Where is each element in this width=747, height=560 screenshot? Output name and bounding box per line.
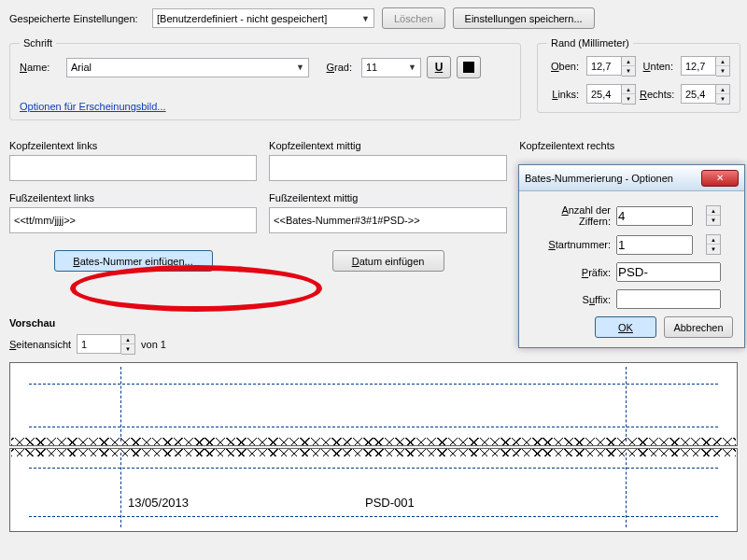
header-center-label: Kopfzeilentext mittig [269,140,507,151]
footer-left-label: Fußzeilentext links [9,192,257,203]
spinner-icon[interactable]: ▲▼ [716,56,730,77]
margin-fieldset: Rand (Millimeter) Oben: ▲▼ Unten: ▲▼ Lin… [537,37,740,113]
saved-settings-label: Gespeicherte Einstellungen: [9,13,145,24]
spinner-icon[interactable]: ▲▼ [706,234,721,255]
highlight-oval [70,265,322,312]
prefix-label: Präfix: [529,267,616,278]
font-name-label: Name: [20,62,61,73]
footer-center-input[interactable] [269,207,507,233]
start-input[interactable] [616,235,693,255]
footer-left-input[interactable] [9,207,257,233]
suffix-label: Suffix: [529,294,616,305]
font-legend: Schrift [20,37,56,49]
digits-input[interactable] [616,206,693,226]
insert-date-button[interactable]: Datum einfügen [332,250,444,272]
grad-combo[interactable]: 11▼ [361,58,421,77]
underline-icon[interactable]: U [427,56,451,78]
appearance-options-link[interactable]: Optionen für Erscheinungsbild... [20,101,166,112]
color-icon[interactable] [457,56,481,78]
preview-top [9,362,738,446]
margin-bottom-input[interactable] [681,56,716,76]
bates-options-dialog: Bates-Nummerierung - Optionen ✕ Anzahl d… [518,164,745,348]
prefix-input[interactable] [616,262,721,282]
margin-right-label: Rechts: [640,89,677,100]
saved-settings-combo[interactable]: [Benutzerdefiniert - nicht gespeichert]▼ [152,8,374,28]
spinner-icon[interactable]: ▲▼ [716,84,730,105]
margin-top-input[interactable] [586,56,622,76]
delete-button[interactable]: Löschen [382,7,445,29]
close-icon[interactable]: ✕ [701,170,739,187]
dialog-title: Bates-Nummerierung - Optionen [525,173,673,184]
spinner-icon[interactable]: ▲▼ [622,84,636,105]
margin-left-input[interactable] [586,84,622,104]
margin-right-input[interactable] [681,84,716,104]
digits-label: Anzahl der Ziffern: [529,204,616,227]
page-total: von 1 [141,339,166,350]
save-settings-button[interactable]: Einstellungen speichern... [453,7,595,29]
page-input[interactable] [77,334,121,354]
preview-bates: PSD-001 [365,496,415,510]
margin-left-label: Links: [547,89,583,100]
spinner-icon[interactable]: ▲▼ [622,56,636,77]
preview-bottom: 13/05/2013 PSD-001 [9,448,738,532]
margin-bottom-label: Unten: [640,61,677,72]
cancel-button[interactable]: Abbrechen [664,316,733,338]
header-left-label: Kopfzeilentext links [9,140,257,151]
spinner-icon[interactable]: ▲▼ [706,205,721,226]
spinner-icon[interactable]: ▲▼ [121,334,135,355]
suffix-input[interactable] [616,289,721,309]
grad-label: Grad: [315,62,356,73]
ok-button[interactable]: OK [595,316,656,338]
margin-legend: Rand (Millimeter) [547,37,633,49]
header-left-input[interactable] [9,155,257,181]
header-center-input[interactable] [269,155,507,181]
preview-date: 13/05/2013 [128,496,189,510]
page-view-label: Seitenansicht [9,339,71,350]
font-fieldset: Schrift Name: Arial▼ Grad: 11▼ U Optione… [9,37,521,120]
footer-center-label: Fußzeilentext mittig [269,192,507,203]
insert-bates-button[interactable]: Bates-Nummer einfügen... [54,250,213,272]
margin-top-label: Oben: [547,61,583,72]
start-label: Startnummer: [529,239,616,250]
font-combo[interactable]: Arial▼ [66,58,309,77]
header-right-label: Kopfzeilentext rechts [519,140,734,151]
